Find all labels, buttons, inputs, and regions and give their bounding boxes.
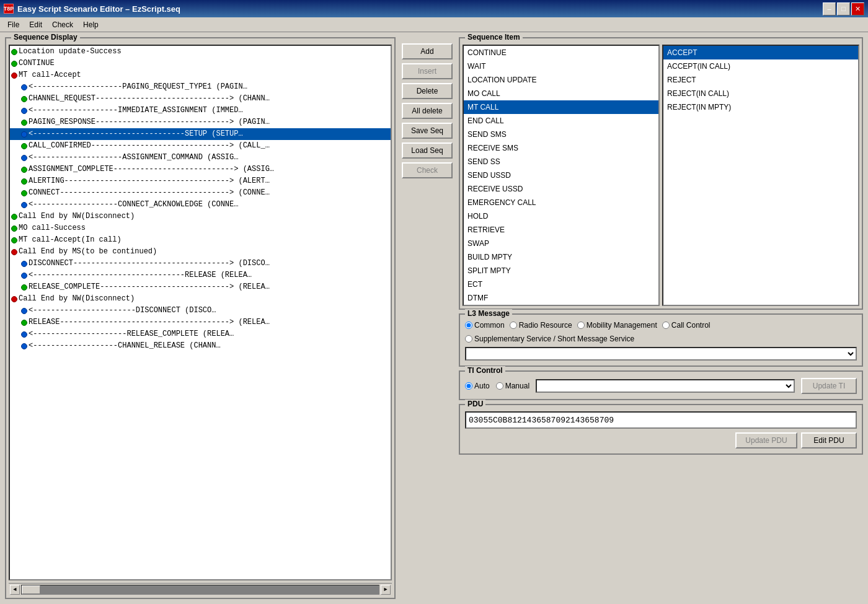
sequence-item-list-item[interactable]: CONTINUE <box>464 46 658 59</box>
sequence-list-item[interactable]: ALERTING--------------------------------… <box>10 175 391 187</box>
sequence-list-item[interactable]: CONNECT---------------------------------… <box>10 187 391 199</box>
sequence-list-item[interactable]: MO call-Success <box>10 222 391 234</box>
sequence-list-item[interactable]: PAGING_RESPONSE-------------------------… <box>10 116 391 128</box>
sequence-item-text: RELEASE_COMPLETE------------------------… <box>29 282 270 292</box>
menu-edit[interactable]: Edit <box>24 19 47 30</box>
sequence-list[interactable]: Location update-SuccessCONTINUEMT call-A… <box>9 45 392 580</box>
sequence-item-text: ASSIGNMENT_COMPLETE---------------------… <box>29 164 274 175</box>
status-dot <box>21 320 27 326</box>
sequence-item-list-item[interactable]: RECEIVE USSD <box>464 182 658 196</box>
sequence-list-item[interactable]: RELEASE_COMPLETE------------------------… <box>10 281 391 293</box>
sequence-list-item[interactable]: <----------------------------------RELEA… <box>10 269 391 281</box>
l3-mobility-mgmt-radio[interactable]: Mobility Management <box>577 321 657 330</box>
status-dot <box>11 49 17 55</box>
sequence-item-list-item[interactable]: ECT <box>464 278 658 291</box>
insert-button[interactable]: Insert <box>402 63 453 79</box>
sequence-list-item[interactable]: CALL_CONFIRMED--------------------------… <box>10 140 391 152</box>
scroll-thumb[interactable] <box>22 585 40 594</box>
sequence-item-text: <--------------------ASSIGNMENT_COMMAND … <box>29 152 238 163</box>
sequence-list-item[interactable]: <-----------------------DISCONNECT (DISC… <box>10 305 391 317</box>
sequence-list-item[interactable]: Call End by NW(Disconnect) <box>10 211 391 222</box>
sequence-list-item[interactable]: <--------------------PAGING_REQUEST_TYPE… <box>10 81 391 93</box>
check-button[interactable]: Check <box>402 162 453 178</box>
ti-manual-radio[interactable]: Manual <box>496 382 529 390</box>
sequence-list-item[interactable]: Call End by NW(Disconnect) <box>10 293 391 305</box>
sequence-item-list-item[interactable]: RECEIVE SMS <box>464 141 658 155</box>
sequence-list-item[interactable]: ASSIGNMENT_COMPLETE---------------------… <box>10 164 391 175</box>
load-seq-button[interactable]: Load Seq <box>402 142 453 159</box>
l3-common-radio[interactable]: Common <box>465 321 505 330</box>
sequence-item-right-list-item[interactable]: REJECT(IN MPTY) <box>663 100 858 114</box>
sequence-item-left-list[interactable]: CONTINUEWAITLOCATION UPDATEMO CALLMT CAL… <box>463 45 660 306</box>
sequence-item-list-item[interactable]: EMERGENCY CALL <box>464 196 658 209</box>
window-controls: – □ ✕ <box>823 2 864 15</box>
sequence-list-item[interactable]: <-------------------CHANNEL_RELEASE (CHA… <box>10 340 391 352</box>
sequence-item-right-list-item[interactable]: REJECT(IN CALL) <box>663 87 858 100</box>
ti-dropdown[interactable] <box>536 379 795 393</box>
sequence-item-list-item[interactable]: SEND USSD <box>464 169 658 182</box>
sequence-item-list-item[interactable]: MT CALL <box>464 100 658 114</box>
scroll-left-button[interactable]: ◄ <box>10 585 20 595</box>
sequence-item-text: <----------------------------------SETUP… <box>29 129 243 139</box>
ti-auto-radio[interactable]: Auto <box>465 382 490 390</box>
minimize-button[interactable]: – <box>823 2 836 15</box>
sequence-list-item[interactable]: CHANNEL_REQUEST-------------------------… <box>10 93 391 105</box>
pdu-label: PDU <box>465 400 485 408</box>
sequence-item-list-item[interactable]: LOCATION UPDATE <box>464 73 658 87</box>
pdu-input[interactable] <box>465 411 857 429</box>
sequence-item-text: Call End by MS(to be continued) <box>19 247 157 257</box>
sequence-item-list-item[interactable]: SWAP <box>464 237 658 250</box>
sequence-item-list-item[interactable]: SEND SMS <box>464 128 658 141</box>
sequence-item-list-item[interactable]: HOLD <box>464 209 658 223</box>
pdu-buttons: Update PDU Edit PDU <box>465 432 857 449</box>
sequence-display-panel: Sequence Display Location update-Success… <box>5 37 396 599</box>
sequence-item-text: Call End by NW(Disconnect) <box>19 211 135 222</box>
sequence-item-list-item[interactable]: BUILD MPTY <box>464 250 658 264</box>
status-dot <box>11 249 17 255</box>
sequence-list-item[interactable]: MT call-Accept(In call) <box>10 234 391 246</box>
sequence-item-list-item[interactable]: DTMF <box>464 291 658 305</box>
sequence-list-item[interactable]: <-------------------CONNECT_ACKNOWLEDGE … <box>10 199 391 211</box>
sequence-item-right-list-item[interactable]: ACCEPT(IN CALL) <box>663 59 858 73</box>
sequence-list-item[interactable]: <--------------------ASSIGNMENT_COMMAND … <box>10 152 391 164</box>
update-pdu-button[interactable]: Update PDU <box>735 432 797 449</box>
l3-message-dropdown[interactable] <box>465 347 857 361</box>
update-ti-button[interactable]: Update TI <box>801 378 857 394</box>
sequence-item-text: <-------------------CHANNEL_RELEASE (CHA… <box>29 341 221 351</box>
sequence-list-item[interactable]: RELEASE---------------------------------… <box>10 317 391 328</box>
sequence-item-list-item[interactable]: MO CALL <box>464 87 658 100</box>
menu-check[interactable]: Check <box>47 19 78 30</box>
sequence-item-list-item[interactable]: SEND SS <box>464 155 658 169</box>
l3-call-control-radio[interactable]: Call Control <box>662 321 711 330</box>
sequence-item-text: PAGING_RESPONSE-------------------------… <box>29 117 270 128</box>
sequence-item-list-item[interactable]: SPLIT MPTY <box>464 264 658 278</box>
delete-button[interactable]: Delete <box>402 83 453 99</box>
menu-help[interactable]: Help <box>78 19 104 30</box>
sequence-list-item[interactable]: <---------------------RELEASE_COMPLETE (… <box>10 328 391 340</box>
all-delete-button[interactable]: All delete <box>402 103 453 119</box>
edit-pdu-button[interactable]: Edit PDU <box>801 432 857 449</box>
sequence-item-list-item[interactable]: END CALL <box>464 114 658 128</box>
sequence-list-item[interactable]: CONTINUE <box>10 58 391 69</box>
sequence-list-item[interactable]: MT call-Accept <box>10 69 391 81</box>
sequence-list-item[interactable]: DISCONNECT------------------------------… <box>10 258 391 269</box>
sequence-item-right-list[interactable]: ACCEPTACCEPT(IN CALL)REJECTREJECT(IN CAL… <box>662 45 859 306</box>
close-button[interactable]: ✕ <box>851 2 864 15</box>
sequence-list-item[interactable]: <----------------------------------SETUP… <box>10 128 391 140</box>
scroll-right-button[interactable]: ► <box>381 585 391 595</box>
sequence-item-list-item[interactable]: RETRIEVE <box>464 223 658 237</box>
sequence-list-item[interactable]: Call End by MS(to be continued) <box>10 246 391 258</box>
add-button[interactable]: Add <box>402 43 453 59</box>
sequence-item-right-list-item[interactable]: REJECT <box>663 73 858 87</box>
l3-supp-service-radio[interactable]: Supplementary Service / Short Message Se… <box>465 335 634 343</box>
maximize-button[interactable]: □ <box>837 2 850 15</box>
sequence-item-right-list-item[interactable]: ACCEPT <box>663 46 858 59</box>
save-seq-button[interactable]: Save Seq <box>402 123 453 139</box>
sequence-list-item[interactable]: <-------------------IMMEDIATE_ASSIGNMENT… <box>10 105 391 116</box>
sequence-item-list-item[interactable]: WAIT <box>464 59 658 73</box>
l3-radio-resource-radio[interactable]: Radio Resource <box>510 321 572 330</box>
sequence-list-item[interactable]: Location update-Success <box>10 46 391 58</box>
menu-file[interactable]: File <box>2 19 24 30</box>
status-dot <box>11 61 17 67</box>
l3-message-panel: L3 Message Common Radio Resource Mobilit… <box>459 313 863 367</box>
